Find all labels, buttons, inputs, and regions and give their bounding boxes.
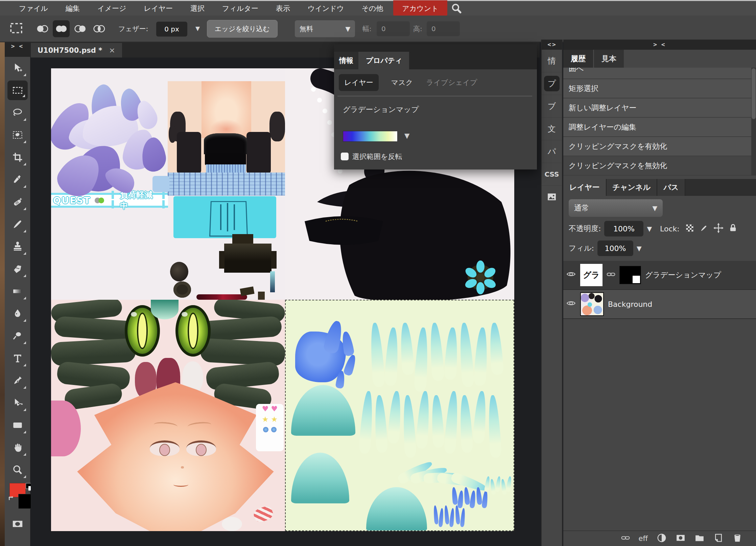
rail-paragraph[interactable]: パ xyxy=(542,140,562,163)
delete-layer-icon[interactable] xyxy=(732,533,742,544)
lock-paint-icon[interactable] xyxy=(699,223,709,234)
tab-channels[interactable]: チャンネル xyxy=(607,179,658,196)
menu-編集[interactable]: 編集 xyxy=(57,1,89,16)
move-tool[interactable] xyxy=(6,57,29,79)
opacity-dropdown-icon[interactable]: ▼ xyxy=(647,225,652,232)
new-layer-icon[interactable] xyxy=(713,533,724,544)
menu-その他[interactable]: その他 xyxy=(353,1,392,16)
menu-レイヤー[interactable]: レイヤー xyxy=(135,1,181,16)
rail-character[interactable]: 文 xyxy=(542,117,562,140)
lock-all-icon[interactable] xyxy=(728,223,738,234)
color-swatches[interactable] xyxy=(5,483,30,509)
image-icon[interactable] xyxy=(542,185,562,208)
menu-フィルター[interactable]: フィルター xyxy=(213,1,267,16)
rail-brush[interactable]: ブ xyxy=(542,95,562,117)
menu-選択[interactable]: 選択 xyxy=(182,1,213,16)
width-input[interactable]: 0 xyxy=(377,21,410,36)
fill-input[interactable]: 100% xyxy=(597,241,633,256)
zoom-tool[interactable] xyxy=(6,459,29,481)
quick-select-tool[interactable] xyxy=(6,124,29,146)
gradient-dropdown-icon[interactable]: ▼ xyxy=(404,132,409,140)
mask-thumbnail[interactable] xyxy=(619,266,641,284)
close-icon[interactable]: × xyxy=(109,46,115,54)
crop-tool[interactable] xyxy=(6,146,29,168)
new-folder-icon[interactable] xyxy=(694,533,705,544)
eraser-tool[interactable] xyxy=(6,258,29,280)
tab-info[interactable]: 情報 xyxy=(334,52,358,69)
document-tab[interactable]: U10H7500.psd * × xyxy=(31,43,122,58)
eyedropper-tool[interactable] xyxy=(6,168,29,191)
type-tool[interactable] xyxy=(6,347,29,369)
menu-表示[interactable]: 表示 xyxy=(267,1,299,16)
menu-ファイル[interactable]: ファイル xyxy=(10,1,57,16)
layer-row[interactable]: グラグラデーションマップ xyxy=(563,261,756,290)
dodge-tool[interactable] xyxy=(6,325,29,347)
tab-properties[interactable]: プロパティ xyxy=(359,52,409,69)
rail-properties[interactable]: プ xyxy=(542,72,562,95)
effects-button[interactable]: eff xyxy=(639,534,648,543)
scrollbar-thumb[interactable] xyxy=(752,68,756,119)
lasso-tool[interactable] xyxy=(6,101,29,124)
invert-checkbox[interactable] xyxy=(341,153,349,160)
tool-bar: > < xyxy=(5,42,30,546)
hand-tool[interactable] xyxy=(6,436,29,459)
preset-select[interactable]: 無料▼ xyxy=(295,20,355,37)
link-icon[interactable] xyxy=(607,270,615,280)
rail-css[interactable]: CSS xyxy=(542,163,562,185)
rect-select-tool[interactable] xyxy=(7,81,28,100)
right-panel-collapse[interactable]: > < xyxy=(563,40,756,50)
history-item-partial[interactable]: 囲へ xyxy=(563,68,756,79)
history-item[interactable]: 新しい調整レイヤー xyxy=(563,98,756,118)
gradient-preview[interactable] xyxy=(343,131,398,142)
selection-intersect-icon[interactable] xyxy=(91,20,108,37)
toolbar-collapse[interactable]: > < xyxy=(5,42,30,57)
height-input[interactable]: 0 xyxy=(427,21,460,36)
subtab-layer[interactable]: レイヤー xyxy=(339,74,379,91)
tab-layers[interactable]: レイヤー xyxy=(563,179,607,196)
quickmask-tool[interactable] xyxy=(5,514,30,533)
heal-tool[interactable] xyxy=(6,191,29,213)
history-item[interactable]: クリッピングマスクを有効化 xyxy=(563,137,756,156)
rail-info[interactable]: 情 xyxy=(542,50,562,72)
opacity-input[interactable]: 100% xyxy=(604,221,643,236)
pen-tool[interactable] xyxy=(6,369,29,392)
fill-dropdown-icon[interactable]: ▼ xyxy=(637,245,642,252)
path-select-tool[interactable] xyxy=(6,392,29,414)
menu-アカウント[interactable]: アカウント xyxy=(393,0,447,17)
rail-collapse[interactable]: <> xyxy=(542,40,562,50)
menu-ウインドウ[interactable]: ウインドウ xyxy=(299,1,353,16)
adjustment-icon[interactable] xyxy=(657,533,667,544)
subtab-mask[interactable]: マスク xyxy=(387,74,417,91)
selection-new-icon[interactable] xyxy=(34,20,51,37)
eye-icon[interactable] xyxy=(566,298,576,310)
shape-tool[interactable] xyxy=(6,414,29,436)
blur-tool[interactable] xyxy=(6,302,29,325)
scrollbar[interactable] xyxy=(751,68,756,176)
lock-transparency-icon[interactable] xyxy=(685,223,694,234)
tab-swatches[interactable]: 見本 xyxy=(594,50,624,68)
eye-icon[interactable] xyxy=(566,269,576,281)
tab-paths[interactable]: パス xyxy=(657,179,685,196)
feather-dropdown-icon[interactable]: ▼ xyxy=(195,25,200,32)
gradient-tool[interactable] xyxy=(6,280,29,302)
search-icon[interactable] xyxy=(451,3,462,14)
layer-thumbnail[interactable]: グラ xyxy=(580,264,603,286)
link-icon[interactable] xyxy=(621,533,630,544)
clone-stamp-tool[interactable] xyxy=(6,235,29,258)
layer-thumbnail[interactable] xyxy=(580,292,604,316)
lock-position-icon[interactable] xyxy=(713,223,724,235)
selection-subtract-icon[interactable] xyxy=(72,20,89,37)
history-item[interactable]: 調整レイヤーの編集 xyxy=(563,118,756,137)
layer-row[interactable]: Background xyxy=(563,290,756,319)
selection-add-icon[interactable] xyxy=(53,20,70,37)
add-mask-icon[interactable] xyxy=(676,533,686,544)
brush-tool[interactable] xyxy=(6,213,29,235)
feather-input[interactable]: 0 px xyxy=(156,22,187,37)
refine-edge-button[interactable]: エッジを絞り込む xyxy=(207,20,278,38)
swap-colors-icon[interactable] xyxy=(7,495,16,505)
tab-history[interactable]: 履歴 xyxy=(563,50,593,68)
menu-イメージ[interactable]: イメージ xyxy=(89,1,135,16)
blend-mode-select[interactable]: 通常▼ xyxy=(569,199,663,217)
history-item[interactable]: クリッピングマスクを無効化 xyxy=(563,156,756,176)
history-item[interactable]: 矩形選択 xyxy=(563,79,756,98)
